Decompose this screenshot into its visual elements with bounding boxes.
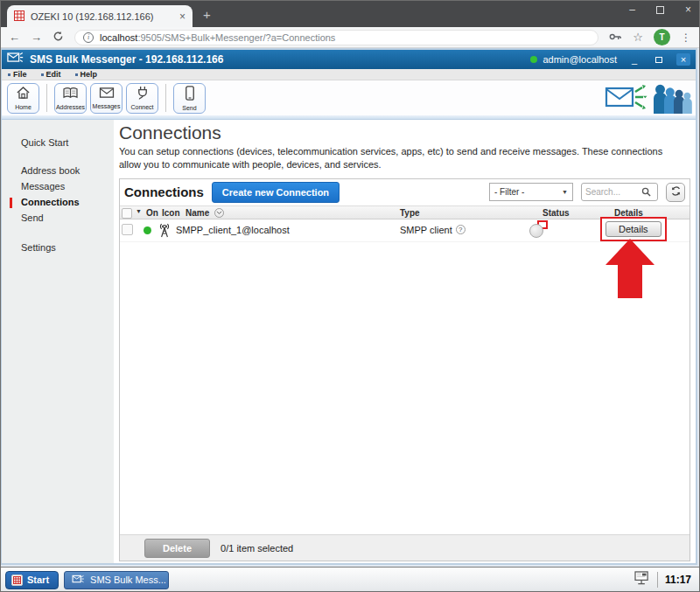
refresh-icon xyxy=(670,185,682,200)
app-envelope-icon xyxy=(7,52,24,67)
details-button[interactable]: Details xyxy=(606,221,662,237)
delete-button[interactable]: Delete xyxy=(144,539,210,558)
selection-count: 0/1 item selected xyxy=(220,543,293,554)
status-toggle-highlight xyxy=(537,220,548,229)
menu-file[interactable]: File xyxy=(8,70,27,79)
toolbar-separator xyxy=(165,84,166,112)
os-taskbar: Start SMS Bulk Mess... 11:17 xyxy=(0,567,700,592)
toolbar-home-button[interactable]: Home xyxy=(7,83,39,114)
sidebar-item-settings[interactable]: Settings xyxy=(2,240,114,255)
user-status-dot xyxy=(530,56,537,63)
checkbox-menu-caret-icon[interactable]: ▼ xyxy=(136,208,142,214)
reload-icon[interactable] xyxy=(52,31,64,44)
row-checkbox[interactable] xyxy=(122,224,133,235)
search-box[interactable] xyxy=(581,183,658,201)
antenna-icon xyxy=(157,222,172,240)
browser-menu-icon[interactable]: ⋮ xyxy=(681,31,691,44)
address-book-icon xyxy=(62,87,79,103)
task-envelope-icon xyxy=(72,575,85,586)
app-window: SMS Bulk Messenger - 192.168.112.166 adm… xyxy=(0,48,697,565)
browser-avatar[interactable]: T xyxy=(654,29,670,45)
forward-icon[interactable]: → xyxy=(31,31,42,43)
column-header-status: Status xyxy=(542,208,570,218)
url-host: localhost xyxy=(100,32,137,43)
create-new-connection-button[interactable]: Create new Connection xyxy=(212,182,340,203)
envelope-icon xyxy=(99,87,115,102)
ozeki-messenger-logo xyxy=(605,81,692,119)
app-maximize-button[interactable] xyxy=(652,53,666,66)
plug-icon xyxy=(136,86,150,103)
sidebar-item-connections[interactable]: Connections xyxy=(2,194,114,210)
sidebar-item-messages[interactable]: Messages xyxy=(2,178,114,194)
sort-chevron-icon[interactable] xyxy=(214,208,224,218)
browser-tabstrip: OZEKI 10 (192.168.112.166) × + – × xyxy=(0,0,700,27)
panel-title: Connections xyxy=(124,185,204,199)
password-key-icon[interactable] xyxy=(609,30,622,45)
browser-maximize-button[interactable] xyxy=(656,6,664,14)
refresh-button[interactable] xyxy=(666,183,685,202)
sidebar-item-quick-start[interactable]: Quick Start xyxy=(2,135,114,150)
new-tab-button[interactable]: + xyxy=(203,7,211,22)
browser-toolbar: ← → i localhost:9505/SMS+Bulk+Messenger/… xyxy=(0,27,700,48)
sidebar-nav: Quick Start Address book Messages Connec… xyxy=(2,120,116,563)
tab-title: OZEKI 10 (192.168.112.166) xyxy=(31,11,173,22)
menu-edit[interactable]: Edit xyxy=(41,70,61,79)
column-header-icon: Icon xyxy=(162,208,180,218)
panel-header: Connections Create new Connection - Filt… xyxy=(120,179,690,205)
menu-bullet-icon xyxy=(8,73,10,76)
home-icon xyxy=(16,86,31,103)
toolbar-connect-button[interactable]: Connect xyxy=(126,83,158,114)
app-close-button[interactable]: × xyxy=(676,53,690,66)
keyboard-tray-icon[interactable] xyxy=(634,571,650,589)
panel-footer: Delete 0/1 item selected xyxy=(120,534,690,561)
column-header-type: Type xyxy=(400,208,420,218)
page-title: Connections xyxy=(119,122,690,143)
browser-close-button[interactable]: × xyxy=(685,3,691,16)
details-button-highlight: Details xyxy=(600,217,667,241)
tab-close-icon[interactable]: × xyxy=(179,11,186,22)
phone-icon xyxy=(185,86,195,104)
page-info-icon[interactable]: i xyxy=(83,32,94,43)
taskbar-task-sms-bulk-messenger[interactable]: SMS Bulk Mess... xyxy=(64,571,169,589)
bookmark-star-icon[interactable]: ☆ xyxy=(633,31,643,44)
menu-bullet-icon xyxy=(75,73,78,76)
page-description: You can setup connections (devices, tele… xyxy=(119,145,668,172)
column-header-name: Name xyxy=(186,208,209,218)
toggle-knob xyxy=(529,224,543,238)
search-input[interactable] xyxy=(585,187,640,197)
app-titlebar: SMS Bulk Messenger - 192.168.112.166 adm… xyxy=(2,50,696,69)
app-title: SMS Bulk Messenger - 192.168.112.166 xyxy=(30,53,223,66)
sidebar-item-address-book[interactable]: Address book xyxy=(2,163,114,178)
chevron-down-icon: ▼ xyxy=(562,189,568,195)
table-body-empty xyxy=(120,242,690,534)
tray-separator xyxy=(657,572,658,588)
main-content: Connections You can setup connections (d… xyxy=(116,120,696,563)
toolbar-addresses-button[interactable]: Addresses xyxy=(54,83,87,114)
connections-panel: Connections Create new Connection - Filt… xyxy=(119,178,690,561)
app-menubar: File Edit Help xyxy=(2,69,696,80)
toolbar-send-button[interactable]: Send xyxy=(173,83,206,114)
filter-dropdown[interactable]: - Filter - ▼ xyxy=(489,183,573,201)
toolbar-separator xyxy=(46,84,47,112)
connection-on-indicator xyxy=(144,226,151,234)
table-row[interactable]: SMPP_client_1@localhost SMPP client ? De… xyxy=(120,219,690,242)
app-toolbar: Home Addresses Messages Connect Send xyxy=(2,80,696,115)
menu-help[interactable]: Help xyxy=(75,70,98,79)
toolbar-messages-button[interactable]: Messages xyxy=(90,83,122,114)
annotation-arrow-up-icon xyxy=(606,239,654,302)
taskbar-clock: 11:17 xyxy=(665,574,691,586)
connection-name: SMPP_client_1@localhost xyxy=(176,225,290,235)
browser-tab[interactable]: OZEKI 10 (192.168.112.166) × xyxy=(7,5,192,27)
app-minimize-button[interactable]: _ xyxy=(627,53,641,66)
start-button[interactable]: Start xyxy=(5,571,59,589)
menu-bullet-icon xyxy=(41,73,44,76)
active-item-marker xyxy=(10,198,12,208)
back-icon[interactable]: ← xyxy=(9,31,20,43)
sidebar-item-send[interactable]: Send xyxy=(2,210,114,226)
browser-minimize-button[interactable]: – xyxy=(629,3,635,16)
column-header-on: On xyxy=(146,208,158,218)
page-viewport: SMS Bulk Messenger - 192.168.112.166 adm… xyxy=(0,48,700,567)
help-icon[interactable]: ? xyxy=(456,225,466,234)
url-bar[interactable]: i localhost:9505/SMS+Bulk+Messenger/?a=C… xyxy=(74,30,598,45)
select-all-checkbox[interactable] xyxy=(122,208,132,219)
